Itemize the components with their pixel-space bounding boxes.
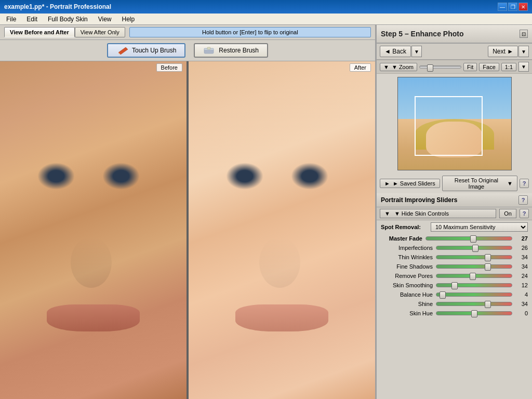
zoom-face[interactable]: Face xyxy=(479,63,499,71)
slider-value-5: 12 xyxy=(515,282,528,288)
slider-track-5[interactable] xyxy=(436,283,512,287)
restore-brush-button[interactable]: Restore Brush xyxy=(194,43,268,58)
svg-rect-2 xyxy=(207,47,210,49)
slider-track-1[interactable] xyxy=(436,246,512,250)
slider-value-6: 4 xyxy=(515,291,528,298)
slider-label-8: Skin Hue xyxy=(381,310,433,316)
slider-track-0[interactable] xyxy=(425,236,512,241)
reset-original-button[interactable]: Reset To Original Image ▼ xyxy=(442,176,517,191)
slider-track-3[interactable] xyxy=(436,264,512,269)
slider-row: Thin Wrinkles34 xyxy=(377,252,532,262)
before-label: Before xyxy=(156,63,182,72)
next-dropdown[interactable]: ▼ xyxy=(518,46,529,57)
menu-full-body-skin[interactable]: Full Body Skin xyxy=(44,15,92,24)
menu-help[interactable]: Help xyxy=(118,15,139,24)
nav-buttons: ◄ Back ▼ Next ► ▼ xyxy=(377,44,532,60)
zoom-thumb[interactable] xyxy=(427,64,433,72)
flip-hint: Hold button or [Enter] to flip to origin… xyxy=(129,27,371,37)
main-container: View Before and After View After Only Ho… xyxy=(0,25,532,399)
zoom-bar: ▼ ▼ Zoom Fit Face 1:1 ▼ xyxy=(377,60,532,74)
zoom-extra[interactable]: ▼ xyxy=(518,62,529,72)
skin-on-button[interactable]: On xyxy=(499,209,516,218)
slider-thumb-0[interactable] xyxy=(470,235,476,243)
back-button[interactable]: ◄ Back xyxy=(380,46,411,57)
after-label: After xyxy=(350,63,371,72)
menu-view[interactable]: View xyxy=(94,15,116,24)
zoom-slider[interactable] xyxy=(419,65,461,69)
sliders-header: Portrait Improving Sliders ? xyxy=(377,193,532,207)
slider-track-8[interactable] xyxy=(436,311,512,315)
window-title: example1.pp* - Portrait Professional xyxy=(4,3,111,10)
menu-file[interactable]: File xyxy=(2,15,20,24)
sliders-section: Portrait Improving Sliders ? ▼ ▼ Hide Sk… xyxy=(377,193,532,399)
thumbnail-area xyxy=(377,74,532,174)
slider-track-2[interactable] xyxy=(436,255,512,259)
slider-thumb-5[interactable] xyxy=(451,282,458,289)
touch-up-brush-button[interactable]: Touch Up Brush xyxy=(107,43,185,58)
slider-label-5: Skin Smoothing xyxy=(381,282,433,288)
slider-label-0: Master Fade xyxy=(381,235,422,242)
tab-view-after-only[interactable]: View After Only xyxy=(75,27,125,37)
zoom-fit[interactable]: Fit xyxy=(463,63,477,71)
hide-skin-label: ▼ Hide Skin Controls xyxy=(394,210,449,217)
minimize-button[interactable]: — xyxy=(498,3,507,11)
slider-thumb-3[interactable] xyxy=(485,263,491,271)
image-area: Before After xyxy=(0,61,375,399)
before-panel: Before xyxy=(0,61,187,399)
slider-value-3: 34 xyxy=(515,263,528,270)
step-restore-button[interactable]: ⊡ xyxy=(520,30,528,38)
zoom-1to1[interactable]: 1:1 xyxy=(501,63,516,71)
thumbnail[interactable] xyxy=(397,77,512,170)
tab-view-before-after[interactable]: View Before and After xyxy=(4,27,75,37)
back-btn-group: ◄ Back ▼ xyxy=(380,46,422,57)
next-btn-group: Next ► ▼ xyxy=(488,46,529,57)
close-button[interactable]: ✕ xyxy=(518,3,528,11)
slider-track-6[interactable] xyxy=(436,292,512,297)
menu-edit[interactable]: Edit xyxy=(22,15,42,24)
slider-label-6: Balance Hue xyxy=(381,291,433,298)
slider-row: Skin Smoothing12 xyxy=(377,281,532,290)
zoom-label: ▼ Zoom xyxy=(392,64,414,70)
spot-removal-select[interactable]: 10 Maximum Sensitivity xyxy=(431,222,528,232)
brush-toolbar: Touch Up Brush Restore Brush xyxy=(0,40,375,61)
slider-thumb-7[interactable] xyxy=(485,301,491,308)
sliders-help-button[interactable]: ? xyxy=(518,195,528,205)
slider-row: Skin Hue0 xyxy=(377,309,532,318)
hide-skin-tri: ▼ xyxy=(384,210,390,217)
skin-help-button[interactable]: ? xyxy=(520,209,529,218)
slider-label-4: Remove Pores xyxy=(381,273,433,279)
slider-row: Imperfections26 xyxy=(377,243,532,252)
hide-skin-button[interactable]: ▼ ▼ Hide Skin Controls xyxy=(380,209,496,218)
help-button[interactable]: ? xyxy=(520,179,529,188)
slider-row: Master Fade27 xyxy=(377,234,532,243)
saved-sliders-button[interactable]: ► ► Saved Sliders xyxy=(380,179,440,188)
slider-track-4[interactable] xyxy=(436,274,512,278)
spot-removal-row: Spot Removal: 10 Maximum Sensitivity xyxy=(377,220,532,234)
left-panel: View Before and After View After Only Ho… xyxy=(0,25,376,399)
slider-thumb-1[interactable] xyxy=(472,245,478,252)
slider-track-7[interactable] xyxy=(436,302,512,306)
restore-brush-icon xyxy=(203,46,216,55)
saved-sliders-bar: ► ► Saved Sliders Reset To Original Imag… xyxy=(377,174,532,193)
saved-sliders-label: ► Saved Sliders xyxy=(393,180,435,187)
slider-thumb-2[interactable] xyxy=(485,254,491,261)
slider-label-7: Shine xyxy=(381,301,433,307)
restore-brush-label: Restore Brush xyxy=(219,47,259,54)
after-panel: After xyxy=(189,61,375,399)
slider-row: Fine Shadows34 xyxy=(377,262,532,271)
restore-button[interactable]: ❐ xyxy=(508,3,517,11)
view-toolbar: View Before and After View After Only Ho… xyxy=(0,25,375,40)
slider-thumb-6[interactable] xyxy=(440,291,446,299)
slider-row: Balance Hue4 xyxy=(377,290,532,299)
next-button[interactable]: Next ► xyxy=(488,46,518,57)
slider-row: Remove Pores24 xyxy=(377,271,532,281)
slider-value-1: 26 xyxy=(515,245,528,251)
right-panel: Step 5 – Enhance Photo ⊡ ◄ Back ▼ Next ►… xyxy=(376,25,532,399)
slider-thumb-8[interactable] xyxy=(471,310,477,317)
back-dropdown[interactable]: ▼ xyxy=(411,46,422,57)
zoom-tri: ▼ xyxy=(383,64,389,70)
slider-thumb-4[interactable] xyxy=(470,273,476,280)
zoom-button[interactable]: ▼ ▼ Zoom xyxy=(380,63,417,71)
slider-row: Shine34 xyxy=(377,299,532,309)
skin-controls-bar: ▼ ▼ Hide Skin Controls On ? xyxy=(377,207,532,220)
